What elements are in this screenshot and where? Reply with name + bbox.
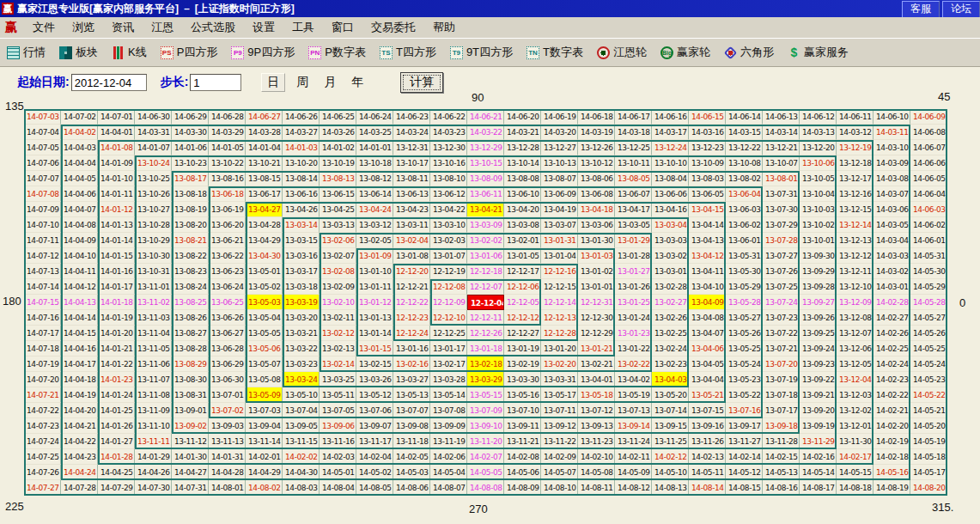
grid-cell: 13-11-18: [393, 434, 430, 449]
grid-cell: 13-10-19: [320, 155, 356, 171]
grid-cell: 14-02-27: [873, 310, 910, 326]
tool-button-p-number-table[interactable]: PNP数字表: [301, 42, 373, 63]
grid-cell: 13-11-28: [763, 434, 800, 449]
menu-item-3[interactable]: 资讯: [103, 20, 143, 35]
grid-cell: 13-01-15: [356, 341, 393, 356]
grid-cell: 14-07-13: [24, 264, 61, 279]
tool-button-winner-wheel[interactable]: Big赢家轮: [654, 42, 717, 63]
grid-cell: 13-10-21: [246, 155, 283, 171]
grid-cell: 13-06-27: [209, 326, 246, 341]
grid-cell: 13-10-25: [135, 171, 172, 186]
winner-service-icon: $: [788, 46, 800, 59]
grid-cell: 13-11-20: [467, 434, 504, 449]
grid-cell: 14-05-13: [763, 465, 800, 480]
grid-cell: 13-06-28: [209, 341, 246, 356]
grid-cell: 12-12-27: [504, 326, 541, 341]
kline-candles-icon: [112, 46, 125, 59]
grid-cell: 14-06-30: [135, 109, 172, 125]
grid-cell: 14-04-11: [61, 264, 98, 279]
calculate-button[interactable]: 计算: [400, 72, 443, 93]
grid-cell: 14-01-20: [98, 326, 135, 341]
grid-cell: 14-02-08: [504, 449, 541, 465]
grid-cell: 13-04-25: [320, 202, 356, 217]
unit-day-button[interactable]: 日: [261, 73, 285, 92]
grid-cell: 13-07-16: [726, 403, 763, 418]
grid-cell: 13-07-15: [689, 403, 726, 418]
grid-cell: 14-08-02: [246, 480, 283, 496]
grid-cell: 13-05-04: [246, 310, 283, 326]
grid-cell: 13-10-10: [652, 155, 689, 171]
grid-cell: 14-02-21: [873, 403, 910, 418]
menu-item-8[interactable]: 窗口: [323, 20, 362, 35]
tool-button-kline-candles[interactable]: K线: [105, 42, 154, 63]
grid-cell: 13-01-14: [356, 326, 393, 341]
tool-button-9p-square[interactable]: P99P四方形: [224, 42, 301, 63]
unit-month-button[interactable]: 月: [324, 75, 336, 90]
grid-cell: 13-03-06: [578, 217, 615, 233]
menu-item-7[interactable]: 工具: [283, 20, 323, 35]
grid-cell: 13-08-04: [652, 171, 689, 186]
menu-item-10[interactable]: 帮助: [424, 20, 464, 35]
grid-cell: 14-08-12: [615, 480, 652, 496]
grid-cell: 13-09-05: [283, 418, 320, 434]
angle-label-45: 45: [938, 90, 950, 103]
grid-cell: 14-03-31: [135, 125, 172, 140]
tool-button-gann-wheel[interactable]: 江恩轮: [590, 42, 654, 63]
tool-button-sector-blocks[interactable]: 板块: [52, 42, 105, 63]
grid-cell: 13-06-25: [209, 295, 246, 310]
grid-cell: 13-10-31: [135, 264, 172, 279]
grid-cell: 14-07-05: [24, 140, 61, 155]
grid-cell: 14-01-06: [172, 140, 209, 155]
grid-cell: 14-05-05: [467, 465, 504, 480]
grid-cell: 13-12-23: [689, 140, 726, 155]
grid-cell: 13-06-14: [356, 186, 393, 202]
grid-cell: 13-12-13: [837, 233, 873, 248]
menu-item-1[interactable]: 文件: [24, 20, 64, 35]
tool-button-9t-square[interactable]: T99T四方形: [443, 42, 520, 63]
start-date-input[interactable]: [71, 74, 147, 91]
tool-button-p-square[interactable]: PSP四方形: [154, 42, 225, 63]
grid-cell: 14-06-02: [910, 217, 947, 233]
grid-cell: 13-06-08: [578, 186, 615, 202]
grid-cell: 13-11-05: [135, 341, 172, 356]
grid-cell: 14-07-08: [24, 186, 61, 202]
grid-cell: 13-01-19: [504, 341, 541, 356]
menu-item-9[interactable]: 交易委托: [362, 20, 424, 35]
grid-cell: 13-09-07: [356, 418, 393, 434]
grid-cell: 14-05-31: [910, 248, 947, 264]
tool-button-winner-service[interactable]: $赢家服务: [781, 42, 855, 63]
unit-year-button[interactable]: 年: [351, 75, 363, 90]
grid-cell: 13-02-28: [652, 279, 689, 295]
unit-week-button[interactable]: 周: [296, 75, 308, 90]
grid-cell: 13-11-27: [726, 434, 763, 449]
titlebar-button-1[interactable]: 客服: [902, 1, 940, 17]
grid-cell: 13-03-01: [652, 264, 689, 279]
grid-cell: 13-01-07: [430, 248, 467, 264]
grid-cell: 14-04-10: [61, 248, 98, 264]
grid-cell: 14-04-16: [61, 341, 98, 356]
grid-cell: 13-09-29: [800, 264, 837, 279]
tool-button-t-square[interactable]: TST四方形: [373, 42, 443, 63]
grid-cell: 14-01-01: [356, 140, 393, 155]
tool-button-quote-grid[interactable]: 行情: [0, 42, 52, 63]
grid-cell: 13-08-15: [246, 171, 283, 186]
angle-label-315: 315.: [932, 501, 953, 514]
tool-button-hexagon[interactable]: 六角形: [717, 42, 781, 63]
step-input[interactable]: [190, 74, 241, 91]
grid-cell: 13-06-15: [320, 186, 356, 202]
menu-item-2[interactable]: 浏览: [64, 20, 103, 35]
menu-item-6[interactable]: 设置: [244, 20, 283, 35]
grid-cell: 13-02-27: [652, 295, 689, 310]
grid-cell: 13-06-22: [209, 248, 246, 264]
titlebar-button-2[interactable]: 论坛: [942, 1, 980, 17]
menu-item-5[interactable]: 公式选股: [182, 20, 244, 35]
grid-cell: 13-09-17: [726, 418, 763, 434]
grid-cell: 13-11-01: [135, 279, 172, 295]
tool-button-t-number-table[interactable]: TNT数字表: [520, 42, 590, 63]
grid-cell: 14-03-23: [430, 125, 467, 140]
grid-cell: 14-06-26: [283, 109, 320, 125]
grid-cell: 14-04-12: [61, 279, 98, 295]
grid-cell: 13-01-20: [541, 341, 578, 356]
grid-cell: 14-04-09: [61, 233, 98, 248]
menu-item-4[interactable]: 江恩: [143, 20, 182, 35]
